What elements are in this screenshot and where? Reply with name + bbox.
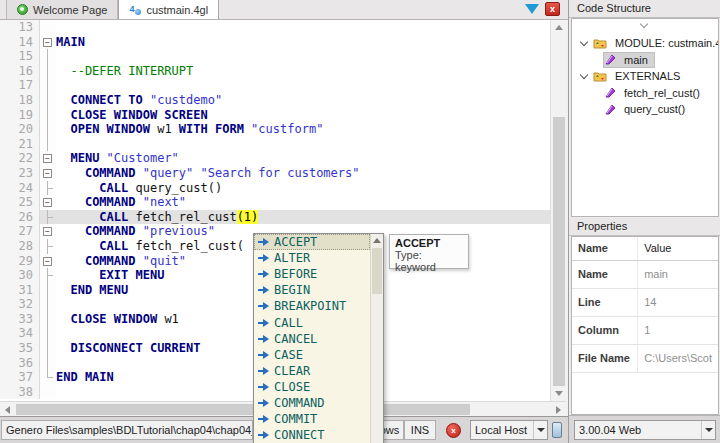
code-text[interactable]: MAIN	[56, 35, 565, 50]
property-value-cell[interactable]: C:\Users\Scot	[638, 344, 718, 372]
editor-line[interactable]: 22− MENU "Customer"	[0, 151, 565, 166]
completion-item[interactable]: CANCEL	[254, 331, 370, 347]
scroll-up-button[interactable]	[371, 234, 383, 247]
editor-line[interactable]: 25− COMMAND "next"	[0, 195, 565, 210]
code-text[interactable]: CONNECT TO "custdemo"	[56, 93, 565, 108]
fold-toggle[interactable]: −	[40, 35, 56, 50]
tree-expand-chevron-icon[interactable]	[580, 39, 589, 48]
fold-toggle[interactable]: −	[40, 151, 56, 166]
tree-node[interactable]: EXTERNALS	[572, 68, 718, 85]
keyword-arrow-icon	[258, 396, 269, 410]
function-icon	[605, 54, 616, 65]
keyword-arrow-icon	[258, 348, 269, 362]
fold-collapse-icon[interactable]: −	[43, 169, 52, 178]
tree-node[interactable]: MODULE: custmain.4gl	[572, 35, 718, 52]
fold-collapse-icon[interactable]: −	[43, 257, 52, 266]
code-text[interactable]	[56, 137, 565, 152]
line-number: 25	[0, 195, 40, 210]
horizontal-scroll-thumb[interactable]	[16, 404, 470, 415]
property-value-cell[interactable]: 1	[638, 316, 718, 344]
fold-collapse-icon[interactable]: −	[43, 154, 52, 163]
code-segment	[56, 283, 70, 297]
tab-list-dropdown-icon[interactable]	[525, 4, 539, 14]
scroll-down-button[interactable]	[551, 386, 567, 401]
completion-item[interactable]: ACCEPT	[254, 234, 370, 250]
tree-node-content[interactable]: main	[604, 53, 654, 67]
fold-toggle[interactable]: −	[40, 195, 56, 210]
editor-line[interactable]: 15	[0, 49, 565, 64]
completion-item[interactable]: COMMIT	[254, 411, 370, 427]
tree-node-content[interactable]: MODULE: custmain.4gl	[592, 36, 719, 50]
panel-collapse-icon[interactable]	[641, 21, 648, 28]
column-header-name: Name	[572, 237, 638, 260]
error-status-icon[interactable]: x	[446, 423, 461, 438]
tree-node[interactable]: query_cust()	[572, 101, 718, 118]
fold-collapse-icon[interactable]: −	[43, 38, 52, 47]
editor-line[interactable]: 19 CLOSE WINDOW SCREEN	[0, 108, 565, 123]
tree-node-content[interactable]: query_cust()	[604, 102, 691, 116]
tree-node-content[interactable]: fetch_rel_cust()	[604, 86, 706, 100]
fold-collapse-icon[interactable]: −	[43, 227, 52, 236]
code-segment	[135, 224, 142, 238]
completion-list: ACCEPTALTERBEFOREBEGINBREAKPOINTCALLCANC…	[254, 234, 370, 443]
version-selector[interactable]: 3.00.04 Web	[574, 420, 716, 440]
scroll-left-button[interactable]	[0, 402, 15, 417]
fold-toggle[interactable]: −	[40, 166, 56, 181]
completion-item[interactable]: CALL	[254, 314, 370, 330]
editor-line[interactable]: 18 CONNECT TO "custdemo"	[0, 93, 565, 108]
version-selector-value: 3.00.04 Web	[575, 424, 701, 436]
completion-item[interactable]: CLOSE	[254, 379, 370, 395]
completion-item[interactable]: BREAKPOINT	[254, 298, 370, 314]
code-text[interactable]	[56, 20, 565, 35]
code-text[interactable]: COMMAND "next"	[56, 195, 565, 210]
code-text[interactable]: CALL fetch_rel_cust(1)	[56, 210, 565, 225]
editor-line[interactable]: 23− COMMAND "query" "Search for customer…	[0, 166, 565, 181]
editor-line[interactable]: 20 OPEN WINDOW w1 WITH FORM "custform"	[0, 122, 565, 137]
editor-line[interactable]: 14−MAIN	[0, 35, 565, 50]
completion-item[interactable]: BEGIN	[254, 282, 370, 298]
tab-custmain-4gl[interactable]: custmain.4gl	[118, 0, 219, 19]
completion-scrollbar[interactable]	[370, 234, 383, 443]
property-value-cell[interactable]: main	[638, 260, 718, 288]
code-text[interactable]: --DEFER INTERRUPT	[56, 64, 565, 79]
code-text[interactable]: MENU "Customer"	[56, 151, 565, 166]
completion-item[interactable]: BEFORE	[254, 266, 370, 282]
editor-line[interactable]: 16 --DEFER INTERRUPT	[0, 64, 565, 79]
editor-line[interactable]: 17	[0, 78, 565, 93]
scroll-up-button[interactable]	[551, 20, 567, 35]
code-text[interactable]: COMMAND "query" "Search for customers"	[56, 166, 565, 181]
tab-welcome-page[interactable]: Welcome Page	[6, 0, 118, 19]
close-tab-button[interactable]: x	[545, 2, 560, 16]
editor-line[interactable]: 24 CALL query_cust()	[0, 181, 565, 196]
code-text[interactable]	[56, 78, 565, 93]
editor-vertical-scrollbar[interactable]	[550, 20, 566, 401]
fold-guide	[40, 312, 56, 327]
completion-item[interactable]: COMMAND	[254, 395, 370, 411]
completion-item[interactable]: CONNECT	[254, 427, 370, 443]
editor-line[interactable]: 21	[0, 137, 565, 152]
code-text[interactable]: OPEN WINDOW w1 WITH FORM "custform"	[56, 122, 565, 137]
tree-node[interactable]: fetch_rel_cust()	[572, 85, 718, 102]
fold-collapse-icon[interactable]: −	[43, 198, 52, 207]
editor-line[interactable]: 13	[0, 20, 565, 35]
fold-toggle[interactable]: −	[40, 254, 56, 269]
property-value-cell[interactable]: 14	[638, 288, 718, 316]
completion-item[interactable]: CLEAR	[254, 363, 370, 379]
completion-item[interactable]: ALTER	[254, 250, 370, 266]
code-segment: DISCONNECT CURRENT	[70, 341, 200, 355]
vertical-scroll-thumb[interactable]	[553, 117, 565, 386]
completion-item[interactable]: CASE	[254, 347, 370, 363]
code-text[interactable]: CALL query_cust()	[56, 181, 565, 196]
host-selector[interactable]: Local Host	[470, 420, 548, 440]
code-text[interactable]: CLOSE WINDOW SCREEN	[56, 108, 565, 123]
tree-node-content[interactable]: EXTERNALS	[592, 69, 686, 83]
tree-node[interactable]: main	[572, 52, 718, 69]
tree-expand-chevron-icon[interactable]	[580, 72, 589, 81]
device-icon[interactable]	[552, 422, 562, 438]
fold-guide	[40, 78, 56, 93]
scroll-right-button[interactable]	[551, 402, 566, 417]
fold-toggle[interactable]: −	[40, 224, 56, 239]
editor-line[interactable]: 26 CALL fetch_rel_cust(1)	[0, 210, 565, 225]
completion-scroll-thumb[interactable]	[372, 248, 382, 294]
code-text[interactable]	[56, 49, 565, 64]
